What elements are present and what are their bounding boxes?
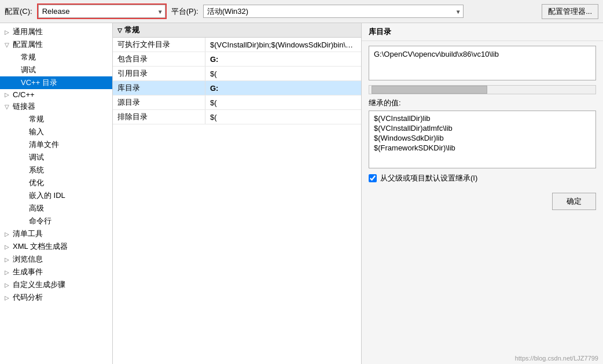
props-header: ▽ 常规: [113, 23, 361, 38]
scrollbar-area[interactable]: [369, 85, 596, 94]
prop-name: 包含目录: [113, 52, 205, 66]
tree-item-linker-idl[interactable]: 嵌入的 IDL: [0, 189, 112, 202]
tree-expander-browse-info: ▷: [5, 256, 13, 263]
tree-label-code-analysis: 代码分析: [13, 292, 43, 303]
tree-item-code-analysis[interactable]: ▷代码分析: [0, 291, 112, 304]
prop-name: 引用目录: [113, 67, 205, 80]
tree-label-common-props: 通用属性: [13, 27, 43, 37]
tree-label-linker-manifest: 清单文件: [29, 139, 59, 150]
prop-value: $(: [205, 68, 361, 80]
inherited-entry: $(VCInstallDir)atlmfc\lib: [372, 123, 593, 133]
tree-item-build-events[interactable]: ▷生成事件: [0, 266, 112, 278]
top-bar: 配置(C): Release ▼ 平台(P): 活动(Win32) ▼ 配置管理…: [0, 0, 603, 23]
tree-label-linker-input: 输入: [29, 127, 44, 137]
tree-item-common-props[interactable]: ▷通用属性: [0, 25, 112, 38]
tree-expander-xml-gen: ▷: [5, 244, 13, 250]
tree-label-linker-general: 常规: [29, 114, 44, 124]
edit-panel: 库目录 G:\OpenCV\opencv\build\x86\vc10\lib …: [362, 23, 603, 364]
tree-label-build-events: 生成事件: [13, 267, 43, 277]
tree-label-linker-idl: 嵌入的 IDL: [29, 190, 65, 201]
edit-panel-title: 库目录: [362, 23, 603, 41]
tree-item-linker-system[interactable]: 系统: [0, 164, 112, 177]
scrollbar-thumb: [372, 86, 487, 94]
edit-text-area[interactable]: G:\OpenCV\opencv\build\x86\vc10\lib: [369, 46, 596, 80]
prop-name: 可执行文件目录: [113, 38, 205, 52]
tree-label-debug: 调试: [21, 65, 36, 75]
tree-item-linker-debug[interactable]: 调试: [0, 151, 112, 164]
platform-label: 平台(P):: [171, 6, 198, 17]
tree-item-debug[interactable]: 调试: [0, 64, 112, 76]
tree-item-linker-manifest[interactable]: 清单文件: [0, 138, 112, 151]
inherited-label: 继承的值:: [362, 94, 603, 111]
tree-label-browse-info: 浏览信息: [13, 254, 43, 264]
prop-row[interactable]: 排除目录$(: [113, 110, 361, 124]
tree-label-linker-cmdline: 命令行: [29, 216, 52, 226]
edit-entry: G:\OpenCV\opencv\build\x86\vc10\lib: [372, 49, 593, 60]
prop-value: $(VCInstallDir)bin;$(WindowsSdkDir)bin\N…: [205, 39, 361, 51]
tree-expander-build-events: ▷: [5, 269, 13, 275]
prop-value: G:: [205, 53, 361, 65]
prop-row[interactable]: 可执行文件目录$(VCInstallDir)bin;$(WindowsSdkDi…: [113, 38, 361, 52]
props-header-title: 常规: [124, 25, 139, 35]
tree-item-linker-optimize[interactable]: 优化: [0, 177, 112, 189]
inherited-entry: $(VCInstallDir)lib: [372, 113, 593, 123]
tree-label-general: 常规: [21, 52, 36, 62]
config-mgr-button[interactable]: 配置管理器...: [542, 4, 598, 19]
tree-label-vc-dirs: VC++ 目录: [21, 78, 57, 88]
platform-select[interactable]: 活动(Win32): [203, 5, 464, 18]
ok-button[interactable]: 确定: [552, 193, 596, 210]
tree-item-custom-steps[interactable]: ▷自定义生成步骤: [0, 278, 112, 291]
tree-item-cpp[interactable]: ▷C/C++: [0, 89, 112, 100]
tree-label-cpp: C/C++: [13, 90, 35, 99]
tree-expander-manifest-tool: ▷: [5, 231, 13, 237]
main-content: ▷通用属性▽配置属性常规调试VC++ 目录▷C/C++▽链接器常规输入清单文件调…: [0, 23, 603, 364]
prop-row[interactable]: 库目录G:: [113, 81, 361, 95]
config-select-wrapper: Release ▼: [37, 3, 167, 19]
prop-name: 库目录: [113, 81, 205, 95]
tree-item-linker-cmdline[interactable]: 命令行: [0, 215, 112, 227]
ok-btn-row: 确定: [362, 188, 603, 215]
tree-item-linker[interactable]: ▽链接器: [0, 100, 112, 113]
platform-select-wrapper: 活动(Win32) ▼: [203, 5, 464, 18]
prop-value: $(: [205, 111, 361, 123]
tree-expander-linker: ▽: [5, 104, 13, 110]
prop-value: $(: [205, 97, 361, 109]
tree-label-linker-debug: 调试: [29, 152, 44, 163]
prop-row[interactable]: 源目录$(: [113, 95, 361, 110]
tree-item-linker-advanced[interactable]: 高级: [0, 202, 112, 215]
tree-label-config-props: 配置属性: [13, 39, 43, 50]
props-panel: ▽ 常规 可执行文件目录$(VCInstallDir)bin;$(Windows…: [113, 23, 362, 364]
checkbox-row: 从父级或项目默认设置继承(I): [362, 168, 603, 188]
props-header-arrow: ▽: [117, 27, 122, 34]
tree-label-linker: 链接器: [13, 101, 35, 112]
config-select[interactable]: Release: [38, 5, 166, 18]
prop-name: 源目录: [113, 95, 205, 109]
tree-item-linker-general[interactable]: 常规: [0, 113, 112, 126]
prop-row[interactable]: 引用目录$(: [113, 67, 361, 81]
tree-label-custom-steps: 自定义生成步骤: [13, 280, 65, 290]
tree-item-general[interactable]: 常规: [0, 51, 112, 64]
inherited-area: $(VCInstallDir)lib$(VCInstallDir)atlmfc\…: [369, 111, 596, 168]
tree-label-linker-optimize: 优化: [29, 178, 44, 188]
tree-label-manifest-tool: 清单工具: [13, 229, 43, 239]
inherited-entry: $(FrameworkSDKDir)\lib: [372, 143, 593, 153]
tree-item-xml-gen[interactable]: ▷XML 文档生成器: [0, 240, 112, 253]
tree-expander-common-props: ▷: [5, 29, 13, 35]
tree-expander-config-props: ▽: [5, 42, 13, 48]
prop-name: 排除目录: [113, 110, 205, 124]
tree-label-linker-system: 系统: [29, 165, 44, 175]
tree-item-manifest-tool[interactable]: ▷清单工具: [0, 227, 112, 240]
tree-item-browse-info[interactable]: ▷浏览信息: [0, 253, 112, 266]
inherited-entry: $(WindowsSdkDir)lib: [372, 133, 593, 143]
tree-expander-code-analysis: ▷: [5, 295, 13, 301]
config-label: 配置(C):: [5, 6, 32, 17]
tree-item-config-props[interactable]: ▽配置属性: [0, 38, 112, 51]
prop-row[interactable]: 包含目录G:: [113, 52, 361, 67]
tree-label-xml-gen: XML 文档生成器: [13, 241, 68, 252]
tree-expander-cpp: ▷: [5, 91, 13, 98]
tree-item-vc-dirs[interactable]: VC++ 目录: [0, 76, 112, 89]
inherit-checkbox[interactable]: [369, 174, 377, 182]
tree-item-linker-input[interactable]: 输入: [0, 126, 112, 138]
tree-panel: ▷通用属性▽配置属性常规调试VC++ 目录▷C/C++▽链接器常规输入清单文件调…: [0, 23, 113, 364]
watermark: https://blog.csdn.net/LJZ7799: [515, 355, 598, 362]
